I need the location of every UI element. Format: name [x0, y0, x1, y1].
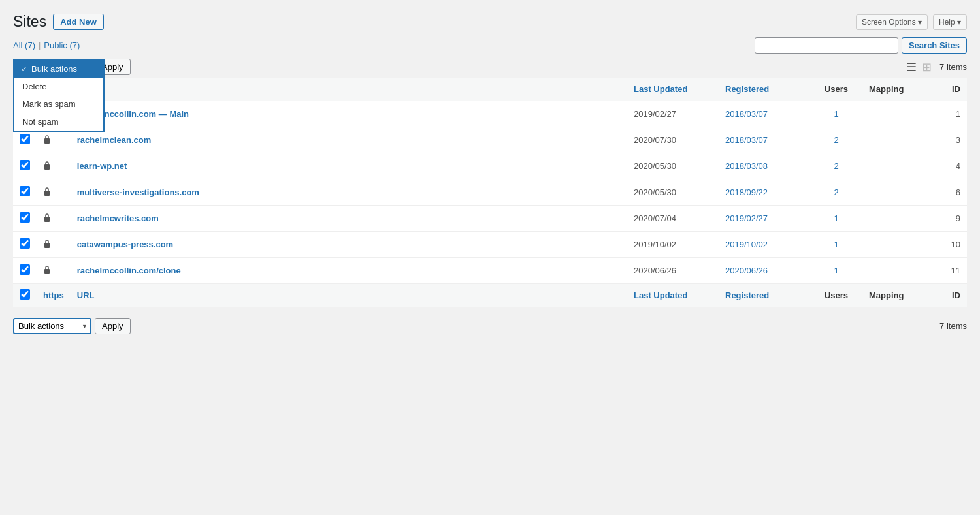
row-checkbox[interactable]	[20, 186, 30, 196]
filter-public-link[interactable]: Public (7)	[44, 40, 80, 50]
col-header-users: Users	[810, 78, 862, 101]
row-checkbox[interactable]	[20, 238, 30, 249]
row-id: 6	[928, 179, 967, 206]
site-url-link[interactable]: catawampus-press.com	[77, 240, 173, 249]
users-link[interactable]: 2	[834, 135, 838, 145]
dropdown-item-delete[interactable]: Delete	[14, 78, 103, 95]
filter-all[interactable]: All (7)	[13, 40, 35, 50]
row-users: 2	[810, 127, 862, 153]
sites-table: https URL Last Updated Registered Users …	[13, 78, 967, 307]
row-registered: 2018/09/22	[719, 179, 810, 206]
row-registered: 2018/03/08	[719, 153, 810, 179]
row-id: 4	[928, 153, 967, 179]
users-link[interactable]: 2	[834, 187, 838, 197]
select-all-checkbox-bottom[interactable]	[20, 289, 30, 300]
col-header-id: ID	[928, 78, 967, 101]
row-mapping	[862, 127, 928, 153]
col-header-url[interactable]: URL	[71, 78, 627, 101]
row-mapping	[862, 258, 928, 284]
lock-icon	[43, 241, 51, 251]
row-url: multiverse-investigations.com	[71, 179, 627, 206]
svg-rect-3	[44, 191, 50, 196]
bulk-actions-open-dropdown[interactable]: ✓ Bulk actions Delete Mark as spam Not s…	[13, 59, 105, 132]
row-url: rachelmccollin.com — Main	[71, 101, 627, 127]
row-last-updated: 2019/10/02	[627, 232, 719, 258]
row-checkbox[interactable]	[20, 160, 30, 170]
actions-bar: ✓ Bulk actions Delete Mark as spam Not s…	[13, 59, 967, 75]
dropdown-item-not-spam[interactable]: Not spam	[14, 113, 103, 131]
col-header-registered[interactable]: Registered	[719, 78, 810, 101]
row-url: rachelmclean.com	[71, 127, 627, 153]
svg-rect-6	[44, 269, 50, 274]
site-url-link[interactable]: rachelmccollin.com/clone	[77, 266, 181, 275]
filter-links: All (7) | Public (7)	[13, 40, 80, 50]
svg-rect-2	[44, 164, 50, 170]
site-url-link[interactable]: rachelmclean.com	[77, 135, 151, 145]
bulk-actions-selected-label: Bulk actions	[31, 64, 77, 74]
search-input[interactable]	[755, 37, 898, 54]
dropdown-item-mark-spam[interactable]: Mark as spam	[14, 95, 103, 113]
col-footer-id: ID	[928, 284, 967, 307]
col-footer-url[interactable]: URL	[71, 284, 627, 307]
users-link[interactable]: 1	[834, 213, 838, 223]
site-url-link[interactable]: multiverse-investigations.com	[77, 187, 199, 197]
add-new-button[interactable]: Add New	[53, 14, 104, 30]
row-registered: 2020/06/26	[719, 258, 810, 284]
search-area: Search Sites	[755, 37, 967, 54]
row-https	[37, 232, 71, 258]
users-link[interactable]: 2	[834, 161, 838, 171]
bottom-bar: Bulk actions Delete Mark as spam Not spa…	[13, 313, 967, 339]
bulk-actions-selected-item[interactable]: ✓ Bulk actions	[14, 60, 103, 78]
users-link[interactable]: 1	[834, 266, 838, 275]
bulk-actions-select-wrapper-bottom: Bulk actions Delete Mark as spam Not spa…	[13, 318, 91, 334]
lock-icon	[43, 136, 51, 146]
filter-sep: |	[39, 40, 41, 50]
filter-public[interactable]: Public (7)	[44, 40, 80, 50]
row-users: 2	[810, 153, 862, 179]
users-link[interactable]: 1	[834, 240, 838, 249]
lock-icon	[43, 215, 51, 225]
search-button[interactable]: Search Sites	[902, 37, 967, 54]
row-checkbox[interactable]	[20, 264, 30, 275]
table-row: rachelmcwrites.com2020/07/042019/02/2719	[13, 206, 967, 232]
col-footer-last-updated[interactable]: Last Updated	[627, 284, 719, 307]
row-users: 1	[810, 101, 862, 127]
apply-button-bottom[interactable]: Apply	[95, 318, 131, 334]
row-mapping	[862, 206, 928, 232]
table-header-row: https URL Last Updated Registered Users …	[13, 78, 967, 101]
svg-rect-1	[44, 138, 50, 144]
bottom-actions: Bulk actions Delete Mark as spam Not spa…	[13, 318, 131, 334]
list-view-icon[interactable]: ☰	[906, 60, 917, 74]
site-url-link[interactable]: rachelmcwrites.com	[77, 213, 159, 223]
row-url: rachelmccollin.com/clone	[71, 258, 627, 284]
row-last-updated: 2020/07/30	[627, 127, 719, 153]
site-url-link[interactable]: learn-wp.net	[77, 161, 127, 171]
col-header-last-updated[interactable]: Last Updated	[627, 78, 719, 101]
row-mapping	[862, 179, 928, 206]
row-mapping	[862, 101, 928, 127]
lock-icon	[43, 267, 51, 277]
filter-all-link[interactable]: All (7)	[13, 40, 35, 50]
row-last-updated: 2020/05/30	[627, 153, 719, 179]
lock-icon	[43, 163, 51, 172]
row-users: 1	[810, 258, 862, 284]
row-https	[37, 179, 71, 206]
items-count: 7 items	[939, 62, 967, 72]
table-row: rachelmclean.com2020/07/302018/03/0723	[13, 127, 967, 153]
row-checkbox[interactable]	[20, 212, 30, 223]
row-checkbox[interactable]	[20, 134, 30, 144]
table-row: rachelmccollin.com/clone2020/06/262020/0…	[13, 258, 967, 284]
bulk-actions-select-bottom[interactable]: Bulk actions Delete Mark as spam Not spa…	[13, 318, 91, 334]
screen-options-button[interactable]: Screen Options ▾	[856, 14, 928, 30]
users-link[interactable]: 1	[834, 109, 838, 119]
grid-view-icon[interactable]: ⊞	[922, 60, 932, 74]
col-footer-registered[interactable]: Registered	[719, 284, 810, 307]
row-registered: 2019/02/27	[719, 206, 810, 232]
row-id: 11	[928, 258, 967, 284]
help-button[interactable]: Help ▾	[933, 14, 967, 30]
col-footer-mapping: Mapping	[862, 284, 928, 307]
row-id: 10	[928, 232, 967, 258]
svg-rect-4	[44, 217, 50, 222]
row-https	[37, 258, 71, 284]
col-footer-users: Users	[810, 284, 862, 307]
